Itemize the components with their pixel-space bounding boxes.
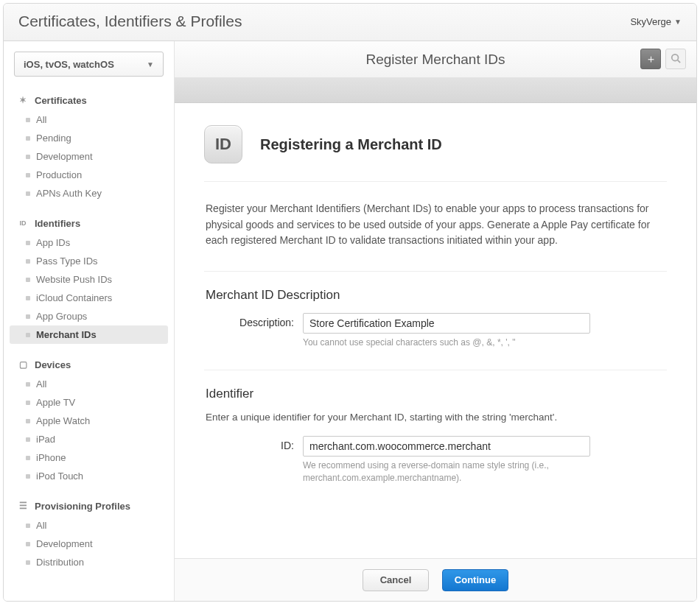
sidebar-item-app-ids[interactable]: App IDs (4, 233, 174, 252)
description-heading: Merchant ID Description (206, 288, 665, 303)
account-menu[interactable]: SkyVerge ▼ (630, 16, 682, 27)
sidebar-item-pending[interactable]: Pending (4, 129, 174, 147)
sidebar-item-all[interactable]: All (4, 516, 174, 535)
sidebar-item-ipad[interactable]: iPad (4, 430, 174, 448)
sidebar-item-website-push-ids[interactable]: Website Push IDs (4, 270, 174, 289)
description-hint: You cannot use special characters such a… (303, 337, 590, 349)
plus-icon: ＋ (645, 52, 657, 66)
nav-section-header[interactable]: ✶Certificates (4, 90, 174, 110)
identifier-input[interactable] (303, 436, 590, 457)
sidebar-item-all[interactable]: All (4, 110, 174, 129)
nav-section-certificates: ✶CertificatesAllPendingDevelopmentProduc… (4, 90, 174, 202)
sidebar: iOS, tvOS, watchOS ▼ ✶CertificatesAllPen… (4, 41, 175, 601)
description-label: Description: (206, 313, 294, 328)
nav-section-header[interactable]: ☰Provisioning Profiles (4, 496, 174, 516)
intro-text: Register your Merchant Identifiers (Merc… (204, 182, 667, 272)
identifier-icon: ID (17, 217, 29, 229)
nav-section-label: Certificates (35, 95, 87, 106)
sidebar-item-apple-tv[interactable]: Apple TV (4, 393, 174, 412)
content-title: Registering a Merchant ID (260, 136, 442, 153)
add-button[interactable]: ＋ (640, 49, 661, 69)
cancel-button[interactable]: Cancel (363, 569, 429, 591)
sidebar-item-merchant-ids[interactable]: Merchant IDs (10, 325, 168, 344)
sidebar-item-all[interactable]: All (4, 375, 174, 393)
search-button[interactable] (665, 49, 686, 69)
sidebar-item-distribution[interactable]: Distribution (4, 553, 174, 571)
sidebar-item-apple-watch[interactable]: Apple Watch (4, 412, 174, 430)
svg-line-1 (678, 60, 681, 63)
identifier-label: ID: (206, 436, 294, 451)
page-title: Certificates, Identifiers & Profiles (18, 13, 242, 30)
continue-button[interactable]: Continue (442, 569, 508, 591)
chevron-down-icon: ▼ (147, 60, 154, 68)
main-content: Register Merchant IDs ＋ ID Registe (175, 41, 696, 601)
sidebar-item-icloud-containers[interactable]: iCloud Containers (4, 289, 174, 307)
profile-icon: ☰ (17, 500, 29, 512)
nav-section-provisioning-profiles: ☰Provisioning ProfilesAllDevelopmentDist… (4, 496, 174, 571)
sidebar-item-apns-auth-key[interactable]: APNs Auth Key (4, 184, 174, 202)
nav-section-label: Identifiers (35, 218, 80, 229)
sidebar-item-development[interactable]: Development (4, 535, 174, 553)
sidebar-item-development[interactable]: Development (4, 147, 174, 166)
nav-section-header[interactable]: IDIdentifiers (4, 213, 174, 233)
device-icon: ▢ (17, 359, 29, 370)
platform-selector[interactable]: iOS, tvOS, watchOS ▼ (14, 52, 164, 77)
description-input[interactable] (303, 313, 590, 334)
identifier-subtext: Enter a unique identifier for your Merch… (206, 412, 665, 423)
nav-section-label: Devices (35, 359, 71, 370)
nav-section-header[interactable]: ▢Devices (4, 354, 174, 375)
id-badge-icon: ID (204, 125, 242, 163)
identifier-hint: We recommend using a reverse-domain name… (303, 459, 590, 485)
search-icon (671, 53, 681, 66)
nav-section-label: Provisioning Profiles (35, 501, 130, 512)
chevron-down-icon: ▼ (674, 18, 682, 26)
sidebar-item-production[interactable]: Production (4, 166, 174, 184)
platform-selector-label: iOS, tvOS, watchOS (24, 59, 114, 70)
sidebar-item-app-groups[interactable]: App Groups (4, 307, 174, 325)
certificate-icon: ✶ (17, 94, 29, 106)
sidebar-item-pass-type-ids[interactable]: Pass Type IDs (4, 252, 174, 270)
sidebar-item-ipod-touch[interactable]: iPod Touch (4, 467, 174, 485)
identifier-heading: Identifier (206, 387, 665, 401)
main-header-title: Register Merchant IDs (365, 52, 505, 68)
nav-section-identifiers: IDIdentifiersApp IDsPass Type IDsWebsite… (4, 213, 174, 344)
nav-section-devices: ▢DevicesAllApple TVApple WatchiPadiPhone… (4, 354, 174, 485)
account-name: SkyVerge (630, 16, 671, 27)
section-band (175, 78, 696, 103)
svg-point-0 (672, 54, 679, 60)
sidebar-item-iphone[interactable]: iPhone (4, 448, 174, 467)
